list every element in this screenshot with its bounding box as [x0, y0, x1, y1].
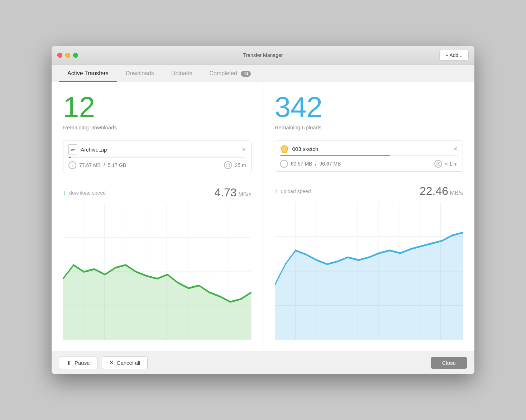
upload-progress-bar-wrap: [280, 155, 458, 156]
upload-chart-svg: [275, 202, 463, 340]
download-speed-unit: MB/s: [238, 191, 251, 197]
download-speed-label: ↓ download speed: [63, 189, 106, 196]
close-traffic-light[interactable]: [57, 53, 62, 58]
sketch-file-icon: [280, 144, 289, 153]
upload-speed-header: ↑ upload speed 22.46 MB/s: [275, 185, 463, 198]
download-speed-icon: ↓: [68, 161, 76, 169]
download-filename: ZIP Archive.zip: [68, 144, 107, 154]
traffic-lights: [57, 53, 78, 58]
download-size-total: 5.17 GB: [108, 162, 126, 168]
upload-stats: ↑ 60.57 MB / 96.67 MB 🕐 < 1 m: [280, 160, 458, 168]
add-button[interactable]: + Add...: [439, 50, 469, 61]
content-area: 12 Remaining Downloads ZIP Archive.zip ✕…: [52, 82, 474, 351]
upload-chart-fill: [275, 233, 463, 340]
upload-speed-unit: MB/s: [450, 190, 463, 196]
uploads-count: 342: [275, 93, 463, 121]
download-time-remaining: 25 m: [235, 162, 246, 168]
download-arrow-icon: ↓: [63, 189, 66, 196]
upload-size-total: 96.67 MB: [319, 161, 341, 167]
downloads-panel: 12 Remaining Downloads ZIP Archive.zip ✕…: [52, 82, 263, 351]
window-title: Transfer Manager: [243, 52, 283, 58]
download-speed-value-group: 4.73 MB/s: [214, 186, 251, 199]
download-speed-header: ↓ download speed 4.73 MB/s: [63, 186, 252, 199]
download-time-icon: 🕐: [224, 161, 232, 169]
app-window: Transfer Manager + Add... Active Transfe…: [52, 46, 474, 374]
pause-button[interactable]: ⏸ Pause: [59, 357, 97, 369]
upload-close-icon[interactable]: ✕: [453, 145, 458, 152]
download-transfer-header: ZIP Archive.zip ✕: [68, 144, 246, 154]
minimize-traffic-light[interactable]: [65, 53, 70, 58]
upload-time-icon: 🕐: [434, 160, 442, 168]
download-chart-svg: [63, 204, 252, 340]
uploads-remaining-label: Remaining Uploads: [275, 124, 463, 130]
upload-filename: 003.sketch: [280, 144, 319, 153]
upload-time-remaining: < 1 m: [445, 161, 458, 167]
tab-uploads[interactable]: Uploads: [163, 65, 201, 82]
close-button[interactable]: Close: [431, 357, 467, 369]
tab-completed[interactable]: Completed 24: [201, 65, 259, 82]
pause-icon: ⏸: [66, 360, 72, 366]
completed-badge: 24: [241, 71, 250, 77]
upload-chart: [275, 202, 463, 340]
tab-downloads[interactable]: Downloads: [117, 65, 163, 82]
upload-speed-value: 22.46: [420, 185, 448, 197]
download-progress-bar-wrap: [68, 157, 246, 158]
download-transfer-item: ZIP Archive.zip ✕ ↓ 77.67 MB / 5.17 GB: [63, 140, 252, 173]
tabbar: Active Transfers Downloads Uploads Compl…: [52, 65, 474, 82]
download-size-sep: /: [104, 162, 105, 168]
upload-speed-value-group: 22.46 MB/s: [420, 185, 463, 198]
upload-speed-icon: ↑: [280, 160, 288, 168]
upload-progress-bar: [280, 155, 390, 156]
download-chart-fill: [63, 265, 252, 340]
maximize-traffic-light[interactable]: [73, 53, 78, 58]
upload-transfer-item: 003.sketch ✕ ↑ 60.57 MB / 96.67 MB 🕐: [275, 140, 463, 172]
download-chart: [63, 204, 252, 340]
zip-file-icon: ZIP: [68, 144, 77, 154]
download-speed-section: ↓ download speed 4.73 MB/s: [63, 186, 252, 340]
tab-active-transfers[interactable]: Active Transfers: [59, 65, 117, 82]
download-size-done: 77.67 MB: [79, 162, 101, 168]
uploads-panel: 342 Remaining Uploads 003.sketch ✕: [263, 82, 475, 351]
cancel-icon: ✕: [109, 359, 114, 366]
titlebar: Transfer Manager + Add...: [52, 46, 474, 65]
upload-size-done: 60.57 MB: [291, 161, 312, 167]
download-speed-value: 4.73: [214, 186, 236, 199]
download-close-icon[interactable]: ✕: [242, 146, 246, 153]
upload-speed-label: ↑ upload speed: [275, 187, 311, 195]
download-stats: ↓ 77.67 MB / 5.17 GB 🕐 25 m: [68, 161, 246, 169]
upload-speed-section: ↑ upload speed 22.46 MB/s: [275, 185, 463, 340]
download-progress-bar: [68, 157, 71, 158]
upload-arrow-icon: ↑: [275, 187, 278, 195]
downloads-remaining-label: Remaining Downloads: [63, 124, 252, 130]
upload-transfer-header: 003.sketch ✕: [280, 144, 458, 153]
cancel-all-button[interactable]: ✕ Cancel all: [102, 356, 148, 369]
downloads-count: 12: [63, 93, 252, 121]
footer: ⏸ Pause ✕ Cancel all Close: [52, 351, 474, 374]
